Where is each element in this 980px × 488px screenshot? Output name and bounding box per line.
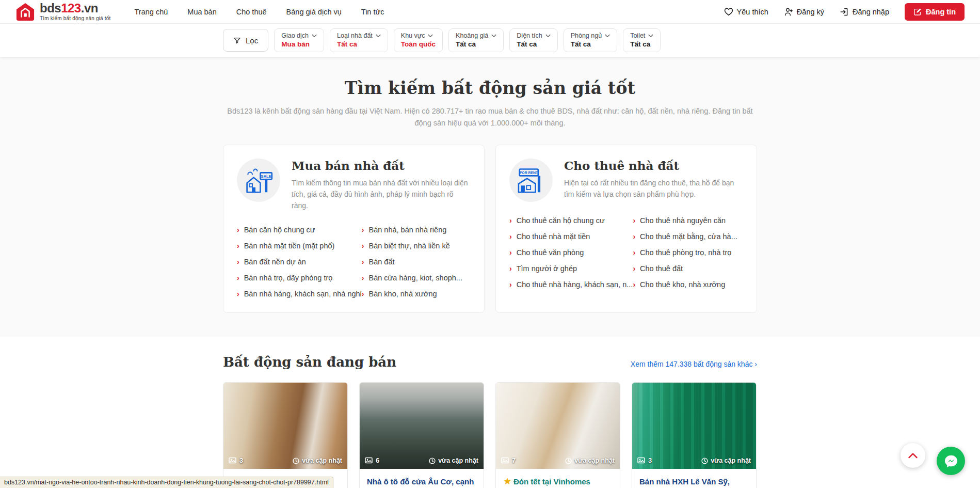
category-link[interactable]: ›Cho thuê phòng trọ, nhà trọ	[633, 248, 743, 257]
category-link[interactable]: ›Cho thuê nhà mặt tiền	[509, 232, 633, 241]
logo-tagline: Tìm kiếm bất động sản giá tốt	[40, 15, 111, 21]
filter-button-label: Lọc	[246, 36, 258, 45]
category-link[interactable]: ›Bán nhà mặt tiền (mặt phố)	[237, 242, 362, 250]
chevron-down-icon	[312, 34, 317, 38]
category-link[interactable]: ›Bán căn hộ chung cư	[237, 226, 362, 234]
dropdown-property-type[interactable]: Loại nhà đất Tất cả	[330, 28, 388, 52]
chevron-down-icon	[605, 34, 610, 38]
nav-item-pricing[interactable]: Bảng giá dịch vụ	[286, 8, 342, 16]
for-rent-house-icon: FOR RENT	[509, 159, 553, 202]
category-link[interactable]: ›Bán nhà hàng, khách sạn, nhà nghỉ	[237, 290, 362, 298]
property-card[interactable]: 3 vừa cập nhật Bán nhà HXH Lê Văn Sỹ, ph…	[632, 382, 757, 488]
chevron-right-icon: ›	[633, 264, 635, 273]
category-link[interactable]: ›Tìm người ở ghép	[509, 264, 633, 273]
nav-item-news[interactable]: Tin tức	[361, 8, 384, 16]
chevron-down-icon	[428, 34, 433, 38]
dropdown-bedrooms[interactable]: Phòng ngủ Tất cả	[564, 28, 617, 52]
category-link[interactable]: ›Cho thuê mặt bằng, cửa hà...	[633, 232, 743, 241]
property-title[interactable]: Bán nhà HXH Lê Văn Sỹ, phường 13, Phú Nh…	[632, 469, 756, 488]
filter-button[interactable]: Lọc	[223, 29, 268, 52]
dropdown-surface[interactable]: Diện tích Tất cả	[509, 28, 557, 52]
chevron-right-icon: ›	[633, 216, 635, 225]
updated-badge: vừa cập nhật	[701, 457, 751, 464]
category-link[interactable]: ›Bán cửa hàng, kiot, shoph...	[362, 274, 471, 282]
listings-section: Bất động sản đang bán Xem thêm 147.338 b…	[0, 337, 980, 488]
login-button[interactable]: Đăng nhập	[840, 7, 889, 17]
dropdown-area-region[interactable]: Khu vực Toàn quốc	[394, 28, 443, 52]
chevron-right-icon: ›	[362, 242, 364, 250]
chevron-right-icon: ›	[633, 248, 635, 257]
photo-count-badge: 3	[637, 456, 652, 464]
updated-badge: vừa cập nhật	[565, 457, 615, 464]
clock-icon	[293, 458, 299, 464]
sale-house-icon: SALE	[237, 159, 280, 202]
category-card-description: Tìm kiếm thông tin mua bán nhà đất với n…	[292, 178, 471, 211]
property-card[interactable]: 6 vừa cập nhật Nhà ô tô đỗ cửa Âu Cơ, cạ…	[359, 382, 484, 488]
category-card-title: Cho thuê nhà đất	[564, 159, 743, 172]
status-bar-url: bds123.vn/mat-ngo-via-he-ontoo-tranh-nha…	[0, 477, 333, 488]
register-label: Đăng ký	[797, 8, 824, 16]
header: bds123.vn Tìm kiếm bất động sản giá tốt …	[0, 0, 980, 24]
chat-button[interactable]	[937, 447, 965, 475]
favorites-label: Yêu thích	[737, 8, 768, 16]
property-photo: 3 vừa cập nhật	[223, 383, 347, 469]
dropdown-toilet[interactable]: Toilet Tất cả	[623, 28, 661, 52]
property-card[interactable]: 7 vừa cập nhật Đón tết tại Vinhomes Ocea…	[495, 382, 620, 488]
favorites-button[interactable]: Yêu thích	[724, 7, 768, 16]
nav-item-buy[interactable]: Mua bán	[187, 8, 216, 16]
dropdown-transaction[interactable]: Giao dịch Mua bán	[274, 28, 324, 52]
chevron-right-icon: ›	[237, 274, 239, 282]
login-label: Đăng nhập	[853, 8, 889, 16]
photo-count-badge: 7	[501, 456, 516, 464]
chevron-right-icon: ›	[509, 248, 512, 257]
svg-text:FOR RENT: FOR RENT	[520, 171, 538, 175]
filter-bar: Lọc Giao dịch Mua bán Loại nhà đất Tất c…	[0, 24, 980, 57]
scroll-to-top-button[interactable]	[901, 443, 925, 468]
photo-count-badge: 3	[229, 456, 243, 464]
chevron-right-icon: ›	[633, 232, 635, 241]
category-link[interactable]: ›Bán nhà, bán nhà riêng	[362, 226, 471, 234]
chat-icon	[943, 453, 959, 469]
chevron-right-icon: ›	[362, 290, 364, 298]
logo[interactable]: bds123.vn Tìm kiếm bất động sản giá tốt	[15, 2, 111, 22]
category-card-rent: FOR RENT Cho thuê nhà đất Hiện tại có rấ…	[495, 145, 757, 313]
post-listing-button[interactable]: Đăng tin	[905, 3, 965, 21]
property-card[interactable]: 3 vừa cập nhật Mặt ngõ - Vỉa hè ôtô trán…	[223, 382, 348, 488]
category-link[interactable]: ›Cho thuê văn phòng	[509, 248, 633, 257]
chevron-right-icon: ›	[633, 280, 635, 289]
header-actions: Yêu thích Đăng ký Đăng nhập	[724, 3, 965, 21]
category-link[interactable]: ›Bán kho, nhà xưởng	[362, 290, 471, 298]
chevron-down-icon	[545, 34, 551, 38]
chevron-down-icon	[648, 34, 653, 38]
property-photo: 3 vừa cập nhật	[632, 383, 756, 469]
chevron-right-icon: ›	[362, 274, 364, 282]
photo-icon	[365, 457, 373, 464]
property-photo: 6 vừa cập nhật	[360, 383, 484, 469]
category-link[interactable]: ›Cho thuê đất	[633, 264, 743, 273]
nav-item-home[interactable]: Trang chủ	[135, 8, 168, 16]
category-link[interactable]: ›Bán biệt thự, nhà liền kề	[362, 242, 471, 250]
category-link[interactable]: ›Bán đất nền dự án	[237, 258, 362, 266]
clock-icon	[429, 458, 436, 464]
category-link[interactable]: ›Cho thuê nhà hàng, khách sạn, n...	[509, 280, 633, 289]
see-more-link[interactable]: Xem thêm 147.338 bất động sản khác ›	[631, 360, 757, 368]
chevron-right-icon: ›	[362, 226, 364, 234]
category-link[interactable]: ›Cho thuê nhà nguyên căn	[633, 216, 743, 225]
main-nav: Trang chủ Mua bán Cho thuê Bảng giá dịch…	[135, 8, 384, 16]
photo-icon	[229, 457, 236, 464]
dropdown-price-range[interactable]: Khoảng giá Tất cả	[448, 28, 504, 52]
property-title[interactable]: Nhà ô tô đỗ cửa Âu Cơ, cạnh Đại Học Văn …	[360, 469, 484, 488]
category-link[interactable]: ›Cho thuê căn hộ chung cư	[509, 216, 633, 225]
property-title[interactable]: Đón tết tại Vinhomes Ocean Park khi sở h…	[496, 469, 620, 488]
clock-icon	[565, 458, 572, 464]
category-card-title: Mua bán nhà đất	[292, 159, 471, 172]
nav-item-rent[interactable]: Cho thuê	[236, 8, 267, 16]
category-link[interactable]: ›Bán đất	[362, 258, 471, 266]
page: bds123.vn Tìm kiếm bất động sản giá tốt …	[0, 0, 980, 488]
category-card-sale: SALE Mua bán nhà đất Tìm kiếm thông tin …	[223, 145, 485, 313]
logo-wordmark: bds123.vn	[40, 2, 111, 14]
category-link[interactable]: ›Cho thuê kho, nhà xưởng	[633, 280, 743, 289]
category-link[interactable]: ›Bán nhà trọ, dãy phòng trọ	[237, 274, 362, 282]
svg-text:SALE: SALE	[261, 175, 271, 179]
register-button[interactable]: Đăng ký	[784, 7, 824, 17]
